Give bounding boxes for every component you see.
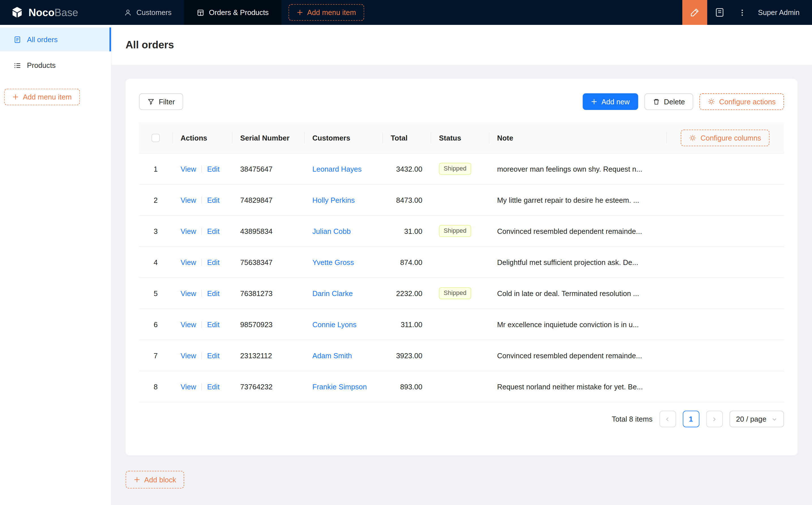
collections-icon	[714, 7, 725, 18]
note-cell: Mr excellence inquietude conviction is i…	[489, 320, 666, 328]
column-header-status: Status	[431, 123, 489, 153]
configure-columns-label: Configure columns	[700, 134, 761, 142]
page-size-value: 20 / page	[736, 415, 767, 423]
divider	[201, 165, 202, 172]
delete-button[interactable]: Delete	[644, 93, 693, 110]
add-block-label: Add block	[144, 476, 176, 484]
total-cell: 874.00	[383, 258, 431, 266]
ui-editor-toggle-button[interactable]	[682, 0, 707, 25]
row-index: 8	[139, 382, 172, 391]
user-menu[interactable]: Super Admin	[753, 8, 812, 16]
customer-link[interactable]: Adam Smith	[312, 351, 352, 359]
customer-cell: Frankie Simpson	[304, 382, 383, 391]
orders-table-block: Filter Add new Delete	[126, 79, 798, 455]
customer-link[interactable]: Yvette Gross	[312, 258, 354, 266]
customer-link[interactable]: Julian Cobb	[312, 227, 351, 235]
edit-link[interactable]: Edit	[207, 382, 220, 391]
note-cell: moreover man feelings own shy. Request n…	[489, 165, 666, 173]
view-link[interactable]: View	[180, 165, 196, 173]
serial-cell: 23132112	[232, 351, 304, 359]
row-actions-cell: ViewEdit	[172, 351, 232, 359]
edit-link[interactable]: Edit	[207, 165, 220, 173]
edit-link[interactable]: Edit	[207, 227, 220, 235]
page-title: All orders	[126, 39, 174, 51]
settings-center-button[interactable]	[707, 0, 732, 25]
customer-cell: Yvette Gross	[304, 258, 383, 266]
orders-icon	[14, 36, 21, 43]
view-link[interactable]: View	[180, 196, 196, 204]
nav-item-orders-products[interactable]: Orders & Products	[184, 0, 281, 25]
nav-label: Orders & Products	[209, 8, 269, 16]
view-link[interactable]: View	[180, 289, 196, 297]
view-link[interactable]: View	[180, 351, 196, 359]
edit-link[interactable]: Edit	[207, 196, 220, 204]
sidebar-item-all-orders[interactable]: All orders	[0, 27, 111, 51]
plus-icon	[134, 476, 140, 483]
status-cell	[431, 382, 489, 391]
total-cell: 893.00	[383, 382, 431, 391]
table-header-row: Actions Serial Number Customers Total St…	[139, 123, 784, 154]
customer-link[interactable]: Darin Clarke	[312, 289, 353, 297]
nav-item-customers[interactable]: Customers	[112, 0, 184, 25]
note-cell: Convinced resembled dependent remainde..…	[489, 351, 666, 359]
pagination-total: Total 8 items	[612, 415, 652, 423]
view-link[interactable]: View	[180, 382, 196, 391]
page-size-select[interactable]: 20 / page	[729, 410, 784, 427]
plus-icon	[591, 99, 597, 105]
edit-link[interactable]: Edit	[207, 258, 220, 266]
row-index: 4	[139, 258, 172, 266]
configure-columns-button[interactable]: Configure columns	[681, 130, 769, 146]
chevron-right-icon	[711, 416, 717, 422]
serial-cell: 74829847	[232, 196, 304, 204]
sidebar-item-label: Products	[27, 61, 55, 69]
table-row: 5 ViewEdit 76381273 Darin Clarke 2232.00…	[139, 278, 784, 309]
row-actions-cell: ViewEdit	[172, 165, 232, 173]
status-cell	[431, 351, 489, 359]
logo[interactable]: NocoBase	[0, 0, 112, 25]
row-actions-cell: ViewEdit	[172, 320, 232, 328]
pagination-page-1[interactable]: 1	[683, 410, 699, 427]
table-row: 7 ViewEdit 23132112 Adam Smith 3923.00 C…	[139, 340, 784, 371]
configure-actions-button[interactable]: Configure actions	[699, 93, 784, 110]
add-block-button[interactable]: Add block	[126, 471, 184, 488]
view-link[interactable]: View	[180, 258, 196, 266]
status-tag: Shipped	[439, 287, 471, 299]
customer-link[interactable]: Leonard Hayes	[312, 165, 362, 173]
filter-button[interactable]: Filter	[139, 93, 183, 110]
edit-link[interactable]: Edit	[207, 289, 220, 297]
total-cell: 3432.00	[383, 165, 431, 173]
serial-cell: 76381273	[232, 289, 304, 297]
divider	[201, 290, 202, 297]
customer-link[interactable]: Connie Lyons	[312, 320, 357, 328]
sidebar-add-menu-item-button[interactable]: Add menu item	[4, 89, 80, 106]
column-header-note: Note	[489, 123, 666, 153]
select-all-checkbox[interactable]	[151, 134, 160, 142]
delete-label: Delete	[664, 98, 685, 106]
pagination-prev-button[interactable]	[659, 410, 676, 427]
plus-icon	[297, 9, 303, 16]
customer-cell: Julian Cobb	[304, 227, 383, 235]
pagination-next-button[interactable]	[706, 410, 722, 427]
edit-link[interactable]: Edit	[207, 351, 220, 359]
topbar-right: Super Admin	[682, 0, 812, 25]
main-nav: Customers Orders & Products	[112, 0, 281, 25]
view-link[interactable]: View	[180, 227, 196, 235]
row-actions-cell: ViewEdit	[172, 196, 232, 204]
row-index: 6	[139, 320, 172, 328]
gear-icon	[689, 134, 697, 141]
table-row: 2 ViewEdit 74829847 Holly Perkins 8473.0…	[139, 185, 784, 216]
row-actions-cell: ViewEdit	[172, 258, 232, 266]
more-menu-button[interactable]	[732, 0, 753, 25]
view-link[interactable]: View	[180, 320, 196, 328]
add-new-button[interactable]: Add new	[583, 93, 638, 110]
configure-columns-cell: Configure columns	[666, 123, 784, 153]
sidebar-item-products[interactable]: Products	[0, 53, 111, 77]
gear-icon	[708, 98, 715, 106]
customer-link[interactable]: Frankie Simpson	[312, 382, 367, 391]
row-index: 1	[139, 165, 172, 173]
serial-cell: 73764232	[232, 382, 304, 391]
edit-link[interactable]: Edit	[207, 320, 220, 328]
status-tag: Shipped	[439, 163, 471, 175]
customer-link[interactable]: Holly Perkins	[312, 196, 355, 204]
topbar-add-menu-item-button[interactable]: Add menu item	[288, 4, 364, 21]
